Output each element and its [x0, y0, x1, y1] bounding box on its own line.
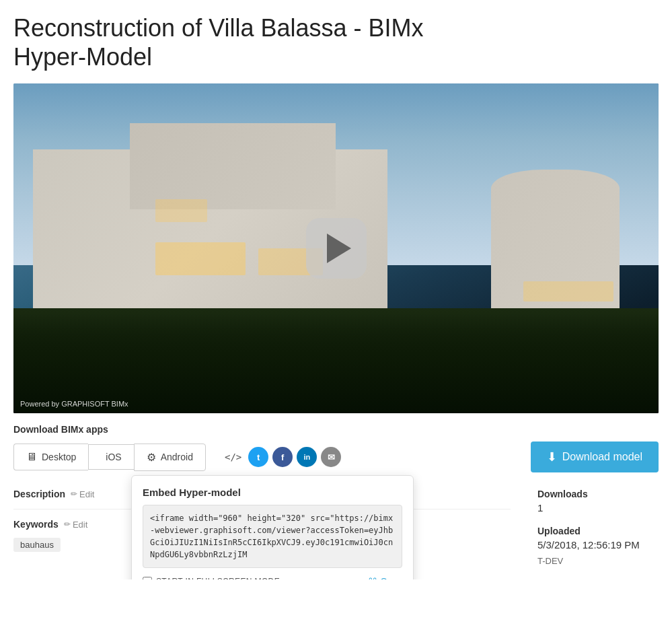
download-model-button[interactable]: ⬇ Download model: [531, 441, 659, 472]
downloads-stat-label: Downloads: [537, 489, 659, 499]
embed-popup: Embed Hyper-model <iframe width="960" he…: [131, 475, 414, 579]
video-preview[interactable]: Powered by GRAPHISOFT BIMx: [13, 83, 659, 413]
dev-label: T-DEV: [537, 556, 659, 566]
copy-label: Copy: [380, 576, 402, 579]
downloads-stat-value: 1: [537, 502, 659, 514]
tag-chip[interactable]: bauhaus: [13, 538, 61, 552]
powered-by-label: Powered by GRAPHISOFT BIMx: [20, 400, 128, 408]
description-edit[interactable]: ✏ Edit: [71, 489, 94, 499]
android-btn[interactable]: ⚙ Android: [134, 444, 206, 471]
linkedin-icon: in: [303, 453, 310, 461]
play-icon: [327, 234, 351, 263]
fullscreen-check[interactable]: START IN FULLSCREEN MODE: [143, 577, 280, 579]
desktop-label: Desktop: [42, 452, 76, 462]
pencil-icon: ✏: [71, 489, 77, 499]
description-label: Description: [13, 489, 65, 499]
fullscreen-checkbox[interactable]: [143, 577, 152, 579]
embed-popup-title: Embed Hyper-model: [143, 487, 402, 498]
uploaded-stat-label: Uploaded: [537, 526, 659, 536]
linkedin-button[interactable]: in: [297, 447, 317, 467]
ios-label: iOS: [106, 452, 121, 462]
toolbar: 🖥 Desktop iOS ⚙ Android </> t f in ✉ ⬇ D…: [13, 441, 659, 472]
facebook-icon: f: [281, 452, 284, 462]
android-icon: ⚙: [147, 451, 156, 464]
ios-btn[interactable]: iOS: [88, 444, 133, 470]
fullscreen-label: START IN FULLSCREEN MODE: [156, 577, 280, 579]
twitter-button[interactable]: t: [248, 447, 268, 467]
email-icon: ✉: [328, 452, 335, 462]
right-column: Downloads 1 Uploaded 5/3/2018, 12:56:19 …: [511, 489, 659, 566]
download-model-label: Download model: [562, 451, 642, 463]
keywords-edit[interactable]: ✏ Edit: [64, 520, 87, 530]
desktop-btn[interactable]: 🖥 Desktop: [13, 444, 88, 470]
download-icon: ⬇: [547, 450, 557, 464]
keywords-label: Keywords: [13, 519, 59, 530]
embed-code-box[interactable]: <iframe width="960" height="320" src="ht…: [143, 505, 402, 568]
copy-button[interactable]: ⌘ Copy: [368, 576, 402, 579]
download-apps-label: Download BIMx apps: [13, 424, 659, 435]
pencil-icon-kw: ✏: [64, 520, 71, 529]
facebook-button[interactable]: f: [272, 447, 293, 467]
embed-button[interactable]: </>: [222, 450, 244, 464]
uploaded-stat-value: 5/3/2018, 12:56:19 PM: [537, 539, 659, 551]
play-button[interactable]: [306, 218, 367, 279]
monitor-icon: 🖥: [26, 451, 37, 463]
twitter-icon: t: [257, 452, 260, 462]
social-area: </> t f in ✉: [222, 447, 341, 467]
android-label: Android: [161, 452, 193, 462]
email-button[interactable]: ✉: [321, 447, 341, 467]
embed-footer: START IN FULLSCREEN MODE ⌘ Copy: [143, 576, 402, 579]
page-title: Reconstruction of Villa Balassa - BIMx H…: [13, 13, 659, 71]
copy-icon: ⌘: [368, 576, 377, 579]
